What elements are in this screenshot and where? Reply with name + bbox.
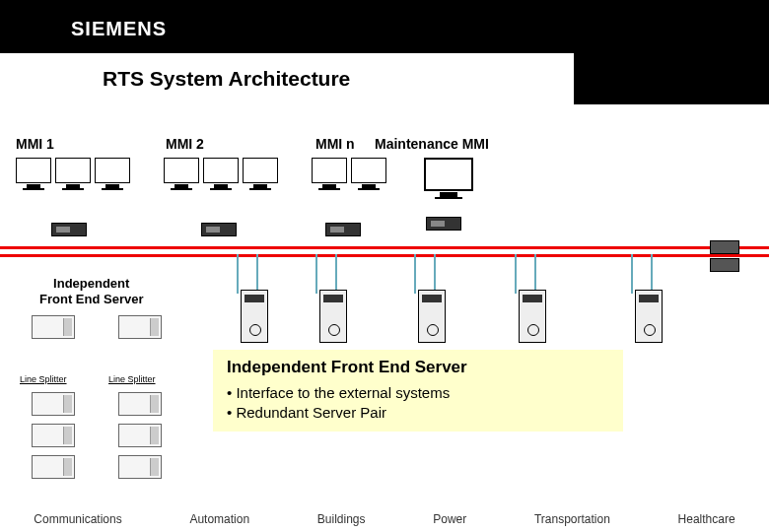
rack-icon [32,455,75,479]
siemens-logo: SIEMENS [71,18,167,40]
line-splitter-label: Line Splitter [20,374,67,384]
switch-icon [426,217,461,231]
server-icon [319,290,347,343]
top-bar: SIEMENS [0,0,769,53]
network-connector-icon [710,240,739,254]
server-icon [418,290,446,343]
title-black-extension [574,53,769,104]
footer-item: Automation [189,512,249,526]
monitor-icon [16,158,51,191]
server-icon [635,290,663,343]
monitor-icon [55,158,91,191]
switch-icon [201,223,237,236]
switch-icon [51,223,87,236]
footer-nav: Communications Automation Buildings Powe… [0,512,769,526]
switch-icon [325,223,361,236]
connector-line [515,254,517,294]
rack-icon [118,455,162,479]
label-mmin: MMI n [315,136,355,152]
footer-item: Transportation [534,512,610,526]
label-maintenance: Maintenance MMI [375,136,489,152]
rack-icon [118,424,162,447]
page-title: RTS System Architecture [103,67,350,91]
monitor-large-icon [424,158,473,201]
title-bar: RTS System Architecture [89,53,574,104]
footer-item: Power [433,512,466,526]
rack-icon [118,392,162,416]
connector-line [651,254,653,294]
connector-line [414,254,416,294]
rack-icon [118,315,162,339]
connector-line [315,254,317,294]
callout-bullet: • Redundant Server Pair [227,403,609,423]
rack-icon [32,392,75,416]
label-mmi1: MMI 1 [16,136,54,152]
independent-server-label: Independent Front End Server [39,276,143,306]
monitor-icon [164,158,199,191]
footer-item: Buildings [317,512,366,526]
line-splitter-label: Line Splitter [108,374,156,384]
monitor-row [0,158,769,217]
connector-line [434,254,436,294]
rack-icon [32,424,75,447]
rack-icon [32,315,75,339]
server-icon [519,290,546,343]
server-icon [241,290,268,343]
network-bus-line [0,254,769,257]
connector-line [256,254,258,294]
connector-line [534,254,536,294]
network-bus-line [0,246,769,249]
connector-line [237,254,239,294]
monitor-icon [351,158,386,191]
monitor-icon [95,158,130,191]
footer-item: Healthcare [678,512,735,526]
label-line: Front End Server [39,292,143,307]
connector-line [335,254,337,294]
label-mmi2: MMI 2 [166,136,204,152]
callout-bullet: • Interface to the external systems [227,383,609,403]
callout-heading: Independent Front End Server [227,358,609,377]
monitor-icon [243,158,278,191]
label-line: Independent [39,276,143,292]
connector-line [631,254,633,294]
network-connector-icon [710,258,739,272]
footer-item: Communications [34,512,121,526]
monitor-icon [312,158,347,191]
callout-box: Independent Front End Server • Interface… [213,350,623,432]
monitor-icon [203,158,239,191]
